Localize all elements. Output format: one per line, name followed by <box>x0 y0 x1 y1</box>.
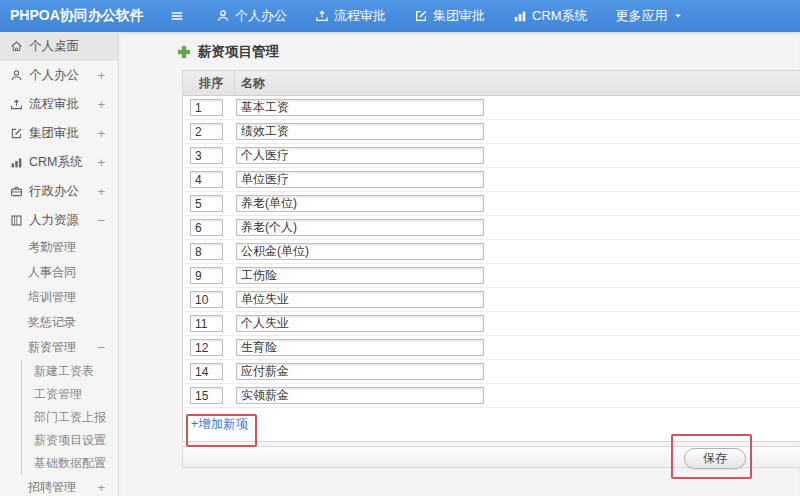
order-input[interactable] <box>190 243 223 260</box>
sidebar-item-personal-desktop[interactable]: 个人桌面 <box>0 32 118 61</box>
table-row <box>183 264 800 288</box>
table-row <box>183 384 800 408</box>
salary-items-table: 排序 名称 +增加新项 <box>182 70 800 442</box>
sidebar-item-reward-records[interactable]: 奖惩记录 <box>0 310 118 335</box>
page-title: 薪资项目管理 <box>177 43 279 61</box>
order-input[interactable] <box>190 123 223 140</box>
sidebar-item-recruitment-mgmt[interactable]: 招聘管理+ <box>0 475 118 496</box>
name-input[interactable] <box>236 219 484 236</box>
order-input[interactable] <box>190 315 223 332</box>
name-input[interactable] <box>236 363 484 380</box>
sidebar-item-salary-item-config[interactable]: 薪资项目设置 <box>21 429 118 452</box>
topnav-item-group-approval[interactable]: 集团审批 <box>400 0 499 32</box>
topnav-item-workflow-approval[interactable]: 流程审批 <box>301 0 400 32</box>
topnav-item-label: 个人办公 <box>235 7 287 25</box>
name-input[interactable] <box>236 171 484 188</box>
sidebar-item-salary-mgmt[interactable]: 薪资管理− <box>0 335 118 360</box>
order-input[interactable] <box>190 267 223 284</box>
sidebar-item-label: 个人桌面 <box>29 38 79 55</box>
topnav-item-crm-system[interactable]: CRM系统 <box>499 0 602 32</box>
flow-icon <box>10 98 23 111</box>
chart-icon <box>10 156 23 169</box>
book-icon <box>10 214 23 227</box>
collapse-icon: − <box>97 340 105 355</box>
sidebar-item-hr-contract[interactable]: 人事合同 <box>0 260 118 285</box>
sidebar-item-label: 部门工资上报 <box>34 409 106 426</box>
sidebar-item-label: 薪资项目设置 <box>34 432 106 449</box>
topnav-item-label: CRM系统 <box>532 7 588 25</box>
table-row <box>183 168 800 192</box>
expand-icon: + <box>97 126 105 141</box>
order-input[interactable] <box>190 387 223 404</box>
briefcase-icon <box>10 185 23 198</box>
main-content: 薪资项目管理 排序 名称 +增加新项 保存 <box>120 32 800 496</box>
topnav-item-label: 集团审批 <box>433 7 485 25</box>
sidebar-item-attendance-mgmt[interactable]: 考勤管理 <box>0 235 118 260</box>
order-input[interactable] <box>190 147 223 164</box>
topnav-item-more-apps[interactable]: 更多应用 <box>602 0 697 32</box>
table-row <box>183 144 800 168</box>
sidebar-item-human-resources[interactable]: 人力资源− <box>0 206 118 235</box>
sidebar-item-label: 培训管理 <box>28 289 76 306</box>
caret-down-icon <box>673 11 683 21</box>
sidebar-item-label: 工资管理 <box>34 386 82 403</box>
sidebar-item-label: 招聘管理 <box>28 479 76 496</box>
name-input[interactable] <box>236 147 484 164</box>
table-header-row: 排序 名称 <box>183 71 800 96</box>
name-input[interactable] <box>236 315 484 332</box>
sidebar-item-label: 基础数据配置 <box>34 455 106 472</box>
add-new-item-link[interactable]: +增加新项 <box>191 416 248 433</box>
add-item-row: +增加新项 <box>183 408 800 441</box>
order-input[interactable] <box>190 171 223 188</box>
user-icon <box>10 69 23 82</box>
table-row <box>183 240 800 264</box>
expand-icon: + <box>97 97 105 112</box>
name-input[interactable] <box>236 387 484 404</box>
home-icon <box>10 40 23 53</box>
save-button[interactable]: 保存 <box>684 448 746 469</box>
name-input[interactable] <box>236 99 484 116</box>
edit-icon <box>10 127 23 140</box>
topnav-item-label: 流程审批 <box>334 7 386 25</box>
chart-icon <box>513 9 527 23</box>
sidebar-item-basic-data-config[interactable]: 基础数据配置 <box>21 452 118 475</box>
table-row <box>183 336 800 360</box>
app-logo: PHPOA协同办公软件 <box>10 7 150 25</box>
column-header-order: 排序 <box>183 71 235 95</box>
sidebar-item-group-approval[interactable]: 集团审批+ <box>0 119 118 148</box>
sidebar-item-workflow-approval[interactable]: 流程审批+ <box>0 90 118 119</box>
order-input[interactable] <box>190 363 223 380</box>
sidebar-item-training-mgmt[interactable]: 培训管理 <box>0 285 118 310</box>
app-window: PHPOA协同办公软件 个人办公流程审批集团审批CRM系统更多应用 个人桌面个人… <box>0 0 800 496</box>
order-input[interactable] <box>190 195 223 212</box>
sidebar-item-dept-payroll-report[interactable]: 部门工资上报 <box>21 406 118 429</box>
sidebar-item-crm-system[interactable]: CRM系统+ <box>0 148 118 177</box>
sidebar-item-label: CRM系统 <box>29 154 82 171</box>
user-icon <box>216 9 230 23</box>
sidebar-item-label: 集团审批 <box>29 125 79 142</box>
order-input[interactable] <box>190 339 223 356</box>
name-input[interactable] <box>236 195 484 212</box>
sidebar-item-label: 人力资源 <box>29 212 79 229</box>
sidebar-item-new-payroll[interactable]: 新建工资表 <box>21 360 118 383</box>
expand-icon: + <box>97 184 105 199</box>
sidebar-item-personal-office[interactable]: 个人办公+ <box>0 61 118 90</box>
order-input[interactable] <box>190 99 223 116</box>
column-header-name: 名称 <box>235 71 265 95</box>
sidebar-item-label: 流程审批 <box>29 96 79 113</box>
sidebar-item-label: 人事合同 <box>28 264 76 281</box>
name-input[interactable] <box>236 339 484 356</box>
name-input[interactable] <box>236 243 484 260</box>
name-input[interactable] <box>236 291 484 308</box>
order-input[interactable] <box>190 219 223 236</box>
sidebar-item-payroll-mgmt[interactable]: 工资管理 <box>21 383 118 406</box>
name-input[interactable] <box>236 267 484 284</box>
expand-icon: + <box>97 68 105 83</box>
sidebar-item-admin-office[interactable]: 行政办公+ <box>0 177 118 206</box>
order-input[interactable] <box>190 291 223 308</box>
sidebar-menu: 个人桌面个人办公+流程审批+集团审批+CRM系统+行政办公+人力资源−考勤管理人… <box>0 32 118 496</box>
hamburger-menu-icon[interactable] <box>166 0 188 32</box>
sidebar-item-label: 新建工资表 <box>34 363 94 380</box>
topnav-item-personal-office[interactable]: 个人办公 <box>202 0 301 32</box>
name-input[interactable] <box>236 123 484 140</box>
